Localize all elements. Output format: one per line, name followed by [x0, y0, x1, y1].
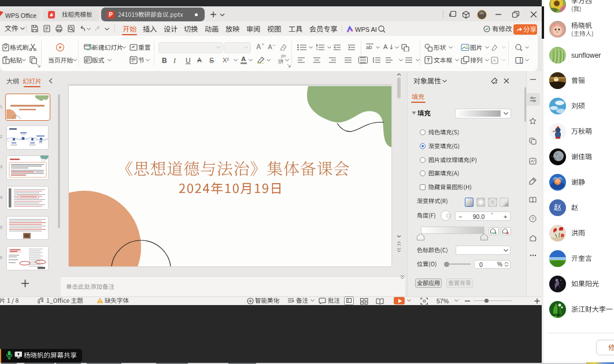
svg-text:?: ? [531, 216, 534, 221]
svg-text:P: P [109, 12, 113, 18]
